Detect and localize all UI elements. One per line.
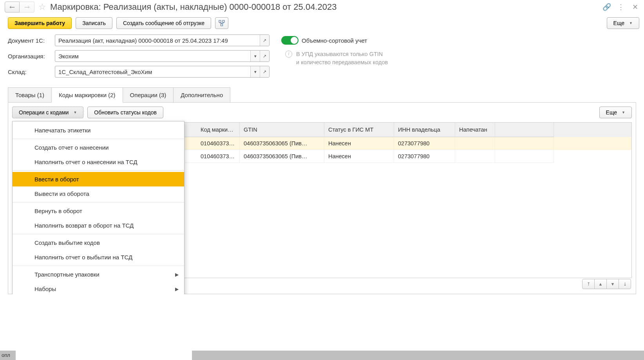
finish-work-button[interactable]: Завершить работу <box>8 17 72 29</box>
cell-printed <box>455 150 495 163</box>
org-label: Организация: <box>8 53 52 60</box>
wh-input[interactable]: 1С_Склад_Автотестовый_ЭкоХим ▾ ↗ <box>55 66 270 78</box>
volume-sort-toggle[interactable] <box>281 36 298 45</box>
grid-scroll-nav: ⤒ ▲ ▼ ⤓ <box>582 279 631 289</box>
close-icon[interactable]: ✕ <box>631 3 639 11</box>
volume-sort-label: Объемно-сортовой учет <box>302 37 367 44</box>
nav-forward-button[interactable]: 🡒 <box>20 2 34 13</box>
structure-icon <box>219 20 225 26</box>
save-button[interactable]: Записать <box>76 17 112 29</box>
structure-icon-button[interactable] <box>215 17 228 29</box>
menu-separator <box>13 202 184 203</box>
menu-item[interactable]: Ввести в оборот <box>13 172 184 186</box>
info-icon: i <box>285 51 292 58</box>
menu-separator <box>13 234 184 234</box>
tab-goods[interactable]: Товары (1) <box>8 87 52 103</box>
menu-item[interactable]: Создать выбытие кодов <box>13 235 184 250</box>
scroll-bottom-icon[interactable]: ⤓ <box>619 279 631 289</box>
chevron-right-icon: ▶ <box>175 286 179 292</box>
open-ref-icon[interactable]: ↗ <box>260 66 269 77</box>
menu-item[interactable]: Вернуть в оборот <box>13 204 184 218</box>
more-button[interactable]: Еще <box>607 17 639 29</box>
tab-operations[interactable]: Операции (3) <box>123 87 174 103</box>
menu-separator <box>13 170 184 171</box>
cell-gtin: 04603735063065 (Пив… <box>240 150 324 163</box>
code-operations-dropdown[interactable]: Операции с кодами <box>12 107 83 118</box>
wh-value: 1С_Склад_Автотестовый_ЭкоХим <box>55 66 250 77</box>
col-printed: Напечатан <box>455 123 495 137</box>
hint-line-2: и количество передаваемых кодов <box>296 58 388 67</box>
menu-item[interactable]: Создать отчет о нанесении <box>13 140 184 155</box>
scroll-down-icon[interactable]: ▼ <box>606 279 619 289</box>
svg-rect-1 <box>223 20 224 22</box>
doc1c-input[interactable]: Реализация (акт, накладная) 0000-000018 … <box>55 34 270 46</box>
cell-status: Нанесен <box>324 150 394 163</box>
menu-item[interactable]: Напечатать этикетки <box>13 123 184 137</box>
kebab-menu-icon[interactable]: ⋮ <box>617 3 625 11</box>
cell-status: Нанесен <box>324 137 394 150</box>
menu-item[interactable]: Наполнить возврат в оборот на ТСД <box>13 218 184 233</box>
col-gtin: GTIN <box>240 123 324 137</box>
org-input[interactable]: Экохим ▾ ↗ <box>55 50 270 62</box>
col-inn: ИНН владельца <box>394 123 455 137</box>
tab-additional[interactable]: Дополнительно <box>173 87 230 103</box>
create-shipment-message-button[interactable]: Создать сообщение об отгрузке <box>116 17 211 29</box>
hint-line-1: В УПД указываются только GTIN <box>296 50 388 58</box>
tab-marking-codes[interactable]: Коды маркировки (2) <box>51 87 123 103</box>
doc1c-label: Документ 1С: <box>8 37 52 44</box>
svg-rect-2 <box>221 24 223 26</box>
hint-block: i В УПД указываются только GTIN и количе… <box>285 50 388 67</box>
col-status: Статус в ГИС МТ <box>324 123 394 137</box>
wh-label: Склад: <box>8 69 52 75</box>
nav-back-button[interactable]: 🡐 <box>5 2 20 13</box>
favorite-star-icon[interactable]: ☆ <box>37 2 48 13</box>
refresh-statuses-button[interactable]: Обновить статусы кодов <box>87 107 163 118</box>
menu-separator <box>13 139 184 139</box>
code-operations-menu: Напечатать этикеткиСоздать отчет о нанес… <box>12 121 185 294</box>
cell-gtin: 04603735063065 (Пив… <box>240 137 324 150</box>
scroll-up-icon[interactable]: ▲ <box>594 279 607 289</box>
more-button-inner[interactable]: Еще <box>599 107 632 118</box>
menu-separator <box>13 266 184 266</box>
menu-item[interactable]: Наполнить отчет о нанесении на ТСД <box>13 155 184 169</box>
open-ref-icon[interactable]: ↗ <box>260 51 269 62</box>
page-title: Маркировка: Реализация (акты, накладные)… <box>50 2 600 12</box>
dropdown-icon[interactable]: ▾ <box>250 66 260 77</box>
menu-item[interactable]: Наборы▶ <box>13 282 184 294</box>
cell-inn: 0273077980 <box>394 150 455 163</box>
cell-inn: 0273077980 <box>394 137 455 150</box>
menu-item[interactable]: Наполнить отчет о выбытии на ТСД <box>13 250 184 264</box>
scroll-top-icon[interactable]: ⤒ <box>582 279 595 289</box>
svg-rect-0 <box>219 20 221 22</box>
menu-item[interactable]: Транспортные упаковки▶ <box>13 267 184 282</box>
chevron-right-icon: ▶ <box>175 272 179 277</box>
open-ref-icon[interactable]: ↗ <box>260 35 269 46</box>
cell-printed <box>455 137 495 150</box>
dropdown-icon[interactable]: ▾ <box>250 51 260 62</box>
menu-item[interactable]: Вывести из оборота <box>13 186 184 201</box>
org-value: Экохим <box>55 51 250 62</box>
doc1c-value: Реализация (акт, накладная) 0000-000018 … <box>55 35 260 46</box>
link-icon[interactable]: 🔗 <box>602 3 611 11</box>
